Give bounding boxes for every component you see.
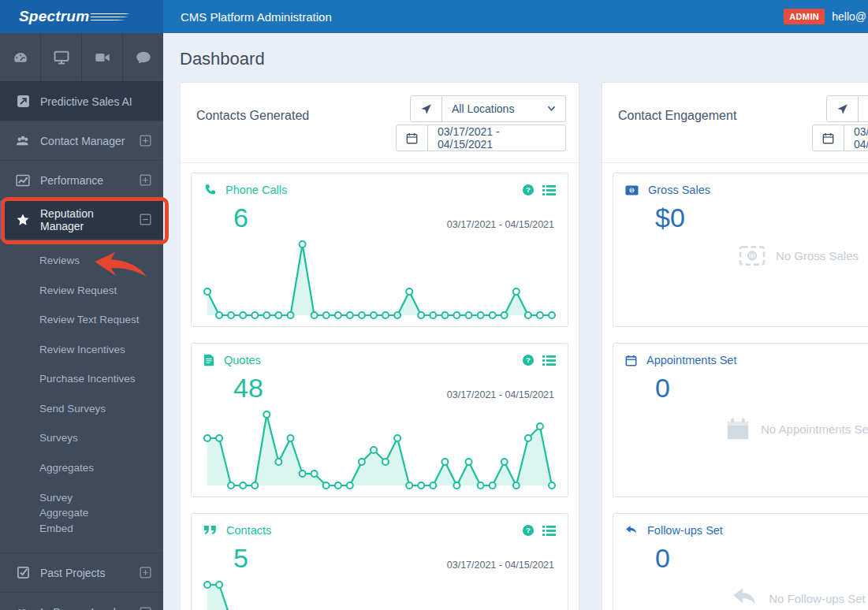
metric-value: 0	[655, 373, 868, 404]
contacts-sparkline-chart	[201, 578, 558, 610]
metric-title: Appointments Set	[646, 354, 736, 366]
sidebar-item-in-person-leads[interactable]: In-Person Leads	[0, 593, 163, 610]
metric-date-range: 03/17/2021 - 04/15/2021	[447, 389, 554, 400]
sidebar-item-predictive-sales-ai[interactable]: Predictive Sales AI	[0, 82, 163, 121]
metric-value: $0	[655, 203, 868, 233]
plus-square-icon[interactable]	[140, 135, 151, 147]
location-select[interactable]: All Locations	[442, 96, 565, 121]
minus-square-icon[interactable]	[140, 214, 151, 225]
sidebar-item-label: Past Projects	[40, 567, 140, 579]
submenu-item-reviews[interactable]: Reviews	[0, 246, 163, 276]
location-arrow-icon	[827, 96, 859, 121]
chevron-down-icon	[547, 106, 556, 112]
submenu-item-send-surveys[interactable]: Send Surveys	[0, 394, 163, 424]
sidebar-item-performance[interactable]: Performance	[0, 161, 163, 200]
date-range-input[interactable]: 03/17/2021 - 04/15/2021	[844, 125, 868, 151]
app-title: CMS Platform Administration	[163, 0, 784, 33]
sidebar-item-reputation-manager[interactable]: Reputation Manager	[0, 200, 163, 240]
spectrum-logo-stripes-icon	[91, 11, 132, 24]
submenu-item-aggregates[interactable]: Aggregates	[0, 453, 163, 483]
quote-icon	[203, 525, 217, 536]
user-email[interactable]: hello@	[832, 10, 866, 23]
sidebar-item-label: In-Person Leads	[40, 606, 140, 610]
phone-icon	[203, 184, 216, 196]
help-circle-icon[interactable]: ?	[522, 184, 535, 196]
phone-calls-card: Phone Calls ? 6 03/17/2021 - 04/15/2021	[191, 173, 568, 327]
plus-square-icon[interactable]	[140, 567, 151, 578]
calendar-icon	[725, 416, 751, 441]
page-title: Dashboard	[180, 49, 868, 69]
empty-state: 0 No Gross Sales	[613, 246, 868, 266]
handshake-icon	[16, 605, 30, 610]
sidebar-item-label: Predictive Sales AI	[40, 95, 151, 108]
help-circle-icon[interactable]: ?	[522, 524, 535, 537]
metric-date-range: 03/17/2021 - 04/15/2021	[447, 219, 554, 230]
empty-state-text: No Follow-ups Set	[769, 592, 866, 605]
admin-badge: ADMIN	[784, 9, 825, 24]
empty-state: No Appointments Set	[613, 416, 868, 441]
location-select-value: All Locations	[452, 102, 514, 115]
reputation-manager-submenu: Reviews Review Request Review Text Reque…	[0, 240, 163, 553]
empty-state-text: No Appointments Set	[761, 422, 868, 436]
submenu-item-surveys[interactable]: Surveys	[0, 423, 163, 453]
svg-text:0: 0	[631, 188, 634, 193]
contact-engagement-panel: Contact Engagement All Locations	[602, 82, 868, 610]
plus-square-icon[interactable]	[140, 174, 151, 186]
location-select[interactable]: All Locations	[859, 96, 868, 121]
money-bill-icon: 0	[739, 246, 766, 266]
help-circle-icon[interactable]: ?	[522, 354, 535, 366]
panel-title: Contacts Generated	[196, 95, 309, 151]
submenu-item-review-incentives[interactable]: Review Incentives	[0, 335, 163, 365]
metric-value: 0	[655, 543, 868, 574]
spectrum-logo: Spectrum	[0, 0, 163, 33]
metric-title: Phone Calls	[225, 184, 287, 196]
contacts-generated-panel: Contacts Generated All Locations	[180, 82, 579, 610]
svg-text:?: ?	[526, 526, 531, 534]
line-chart-icon	[16, 173, 30, 188]
video-camera-icon[interactable]	[82, 33, 123, 81]
users-icon	[16, 134, 30, 148]
chat-bubble-icon[interactable]	[123, 33, 163, 81]
appointments-set-card: Appointments Set 0 No Appointments Set	[613, 343, 868, 497]
date-range-group: 03/17/2021 - 04/15/2021	[396, 125, 566, 151]
date-range-input[interactable]: 03/17/2021 - 04/15/2021	[428, 125, 565, 151]
plus-square-icon[interactable]	[140, 607, 151, 610]
list-icon[interactable]	[542, 355, 556, 366]
empty-state-text: No Gross Sales	[776, 249, 859, 262]
sidebar-icon-strip	[0, 33, 163, 82]
svg-text:0: 0	[750, 251, 754, 261]
box-arrow-icon	[16, 95, 30, 108]
gauge-icon[interactable]	[0, 33, 41, 81]
gross-sales-card: 0 Gross Sales $0 0 No Gross Sales	[613, 173, 868, 327]
metric-title: Contacts	[226, 524, 271, 537]
desktop-icon[interactable]	[41, 33, 82, 81]
empty-state: No Follow-ups Set	[613, 586, 868, 610]
follow-ups-set-card: Follow-ups Set 0 No Follow-ups Set	[613, 513, 868, 610]
panel-title: Contact Engagement	[618, 95, 736, 151]
metric-title: Follow-ups Set	[647, 524, 723, 537]
sidebar-item-label: Performance	[40, 174, 140, 187]
sidebar-item-contact-manager[interactable]: Contact Manager	[0, 121, 163, 161]
sidebar-item-label: Contact Manager	[40, 135, 140, 147]
phone-calls-sparkline-chart	[201, 238, 558, 322]
main-content: Dashboard Contacts Generated All Locatio…	[163, 33, 868, 610]
submenu-item-survey-aggregate-embed[interactable]: Survey Aggregate Embed	[0, 483, 134, 544]
date-range-group: 03/17/2021 - 04/15/2021	[812, 125, 868, 151]
money-bill-icon: 0	[625, 185, 639, 195]
submenu-item-review-text-request[interactable]: Review Text Request	[0, 305, 163, 335]
quotes-card: Quotes ? 48 03/17/2021 - 04/15/2021	[191, 343, 568, 497]
calendar-icon	[625, 355, 637, 366]
location-arrow-icon	[411, 96, 442, 121]
star-icon	[16, 213, 30, 227]
list-icon[interactable]	[542, 525, 556, 537]
submenu-item-review-request[interactable]: Review Request	[0, 276, 163, 306]
document-icon	[203, 354, 214, 366]
location-selector-group: All Locations	[410, 95, 566, 122]
submenu-item-purchase-incentives[interactable]: Purchase Incentives	[0, 364, 163, 394]
top-bar: Spectrum CMS Platform Administration ADM…	[0, 0, 868, 33]
check-square-icon	[16, 566, 30, 579]
list-icon[interactable]	[542, 184, 556, 196]
sidebar-item-past-projects[interactable]: Past Projects	[0, 553, 163, 593]
sidebar-item-label: Reputation Manager	[40, 207, 140, 232]
svg-text:?: ?	[526, 185, 531, 194]
